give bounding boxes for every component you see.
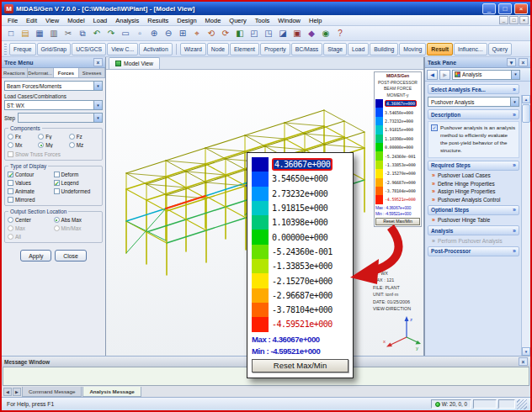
message-window-close-icon[interactable]: × xyxy=(519,357,528,366)
result-tab[interactable]: Deformat... xyxy=(28,68,54,77)
output-location-radio[interactable]: Max xyxy=(8,225,54,231)
select-analysis-header[interactable]: Select Analysis Fea... » xyxy=(428,84,519,94)
display-option-checkbox[interactable]: Values xyxy=(8,180,54,186)
legend-entry[interactable]: -3.78104e+000 xyxy=(252,303,348,317)
legend-entry[interactable]: 1.91815e+000 xyxy=(252,201,348,215)
menu-item[interactable]: Load xyxy=(89,16,112,25)
legend-entry[interactable]: -3.78104e+000 xyxy=(375,187,420,195)
toolbar-tab-button[interactable]: Result xyxy=(427,43,453,55)
toolbar-grip[interactable] xyxy=(4,44,7,55)
tab-scroll-left-icon[interactable]: ◀ xyxy=(3,388,12,396)
menu-item[interactable]: File xyxy=(3,16,22,25)
menu-item[interactable]: View xyxy=(41,16,63,25)
zoom-fit-icon[interactable]: ⊞ xyxy=(176,27,189,40)
legend-entry[interactable]: -2.15270e+000 xyxy=(375,169,420,177)
mdi-restore-button[interactable]: □ xyxy=(509,16,519,24)
select-icon[interactable]: ▭ xyxy=(119,27,132,40)
nav-back-button[interactable]: ◀ xyxy=(427,70,438,80)
result-type-dropdown[interactable]: Beam Forces/Moments ▼ xyxy=(4,81,103,91)
menu-item[interactable]: Tools xyxy=(251,16,274,25)
legend-entry[interactable]: 3.54650e+000 xyxy=(252,172,348,186)
component-radio[interactable]: My xyxy=(38,142,68,148)
component-radio[interactable]: Fx xyxy=(8,134,38,140)
model-view-tab[interactable]: Model View xyxy=(109,57,160,69)
scroll-down-icon[interactable]: ▼ xyxy=(522,347,530,356)
tree-menu-close-icon[interactable]: × xyxy=(93,58,103,66)
toolbar-tab-button[interactable]: View C... xyxy=(107,43,138,55)
legend-entry[interactable]: -5.24360e-001 xyxy=(252,245,348,259)
toolbar-tab-button[interactable]: Element xyxy=(230,43,259,55)
perspective-icon[interactable]: ◆ xyxy=(305,27,318,40)
task-step-link[interactable]: » Pushover Analysis Control xyxy=(428,194,519,203)
resize-grip[interactable] xyxy=(517,399,527,409)
nav-forward-button[interactable]: ▶ xyxy=(439,70,450,80)
component-radio[interactable]: Mz xyxy=(69,142,99,148)
description-header[interactable]: Description » xyxy=(428,109,519,119)
reset-maxmin-button[interactable]: Reset Max/Min xyxy=(252,359,348,372)
legend-entry[interactable]: -5.24360e-001 xyxy=(375,151,420,160)
load-case-dropdown[interactable]: ST: WX ▼ xyxy=(4,100,103,110)
legend-value[interactable]: -1.33853e+000 xyxy=(272,261,332,271)
cut-icon[interactable]: ✂ xyxy=(61,27,75,40)
toolbar-tab-button[interactable]: Wizard xyxy=(180,43,206,55)
close-button[interactable]: × xyxy=(514,3,528,14)
copy-icon[interactable]: ⧉ xyxy=(76,27,89,40)
toolbar-tab-button[interactable]: Freque xyxy=(9,43,36,55)
legend-value[interactable]: 4.36067e+000 xyxy=(272,158,332,171)
display-option-checkbox[interactable]: Legend xyxy=(54,180,100,186)
legend-value[interactable]: 3.54650e+000 xyxy=(272,174,327,183)
legend-entry[interactable]: 3.54650e+000 xyxy=(375,108,420,116)
legend-entry[interactable]: -4.59521e+000 xyxy=(375,195,420,203)
menu-item[interactable]: Design xyxy=(173,16,200,25)
required-steps-header[interactable]: Required Steps » xyxy=(428,161,519,171)
select-window-icon[interactable]: ▫ xyxy=(133,27,146,40)
task-pane-close-icon[interactable]: × xyxy=(519,58,528,66)
step-dropdown[interactable]: ▼ xyxy=(18,113,103,123)
toolbar-tab-button[interactable]: Stage xyxy=(323,43,347,55)
maximize-button[interactable]: □ xyxy=(498,3,512,14)
legend-entry[interactable]: -4.59521e+000 xyxy=(252,317,348,331)
task-step-link[interactable]: » Pushover Hinge Table xyxy=(428,215,519,224)
toolbar-tab-button[interactable]: BC/Mass xyxy=(291,43,323,55)
toolbar-tab-button[interactable]: Activation xyxy=(139,43,172,55)
toolbar-tab-button[interactable]: Influenc... xyxy=(454,43,487,55)
undo-icon[interactable]: ↶ xyxy=(90,27,104,40)
legend-entry[interactable]: 0.00000e+000 xyxy=(252,230,348,244)
legend-value[interactable]: -5.24360e-001 xyxy=(272,247,332,256)
front-view-icon[interactable]: ◰ xyxy=(247,27,261,40)
close-panel-button[interactable]: Close xyxy=(55,250,86,261)
menu-item[interactable]: Mode xyxy=(201,16,226,25)
mdi-close-button[interactable]: × xyxy=(519,16,529,24)
top-view-icon[interactable]: ◳ xyxy=(262,27,275,40)
task-pane-scrollbar[interactable]: ▲ ▼ xyxy=(521,95,530,356)
legend-value[interactable]: 0.00000e+000 xyxy=(272,233,327,242)
legend-entry[interactable]: 0.00000e+000 xyxy=(375,143,420,151)
task-step-link[interactable]: » Pushover Load Cases xyxy=(428,171,519,179)
legend-value[interactable]: 2.73232e+000 xyxy=(272,189,327,198)
legend-entry[interactable]: 2.73232e+000 xyxy=(375,117,420,125)
zoom-in-icon[interactable]: ⊕ xyxy=(147,27,161,40)
task-pane-chevron-down-icon[interactable]: ▼ xyxy=(507,58,516,66)
legend-entry[interactable]: -2.96687e+000 xyxy=(375,178,420,187)
display-option-checkbox[interactable]: Animate xyxy=(8,188,54,194)
task-category-dropdown[interactable]: Analysis ▼ xyxy=(452,70,520,80)
apply-button[interactable]: Apply xyxy=(20,250,51,261)
legend-entry[interactable]: -1.33853e+000 xyxy=(252,259,348,273)
display-option-checkbox[interactable]: Undeformed xyxy=(54,188,100,194)
message-tab[interactable]: Analysis Message xyxy=(82,387,141,397)
rotate-left-icon[interactable]: ⟲ xyxy=(205,27,218,40)
toolbar-tab-button[interactable]: Node xyxy=(207,43,229,55)
show-truss-forces-checkbox[interactable]: Show Truss Forces xyxy=(8,151,99,157)
menu-item[interactable]: Help xyxy=(305,16,326,25)
menu-item[interactable]: Model xyxy=(63,16,88,25)
tab-scroll-right-icon[interactable]: ▶ xyxy=(13,388,21,396)
task-step-link[interactable]: » Perform Pushover Analysis xyxy=(428,235,519,244)
toolbar-tab-button[interactable]: Property xyxy=(260,43,290,55)
result-tab[interactable]: Forces xyxy=(54,68,80,77)
output-location-radio[interactable]: Min/Max xyxy=(54,225,100,231)
legend-entry[interactable]: 1.10398e+000 xyxy=(252,215,348,230)
menu-item[interactable]: Window xyxy=(274,16,305,25)
legend-value[interactable]: 1.91815e+000 xyxy=(272,203,327,213)
new-project-icon[interactable]: □ xyxy=(4,27,18,40)
optional-steps-header[interactable]: Optional Steps » xyxy=(428,205,519,215)
